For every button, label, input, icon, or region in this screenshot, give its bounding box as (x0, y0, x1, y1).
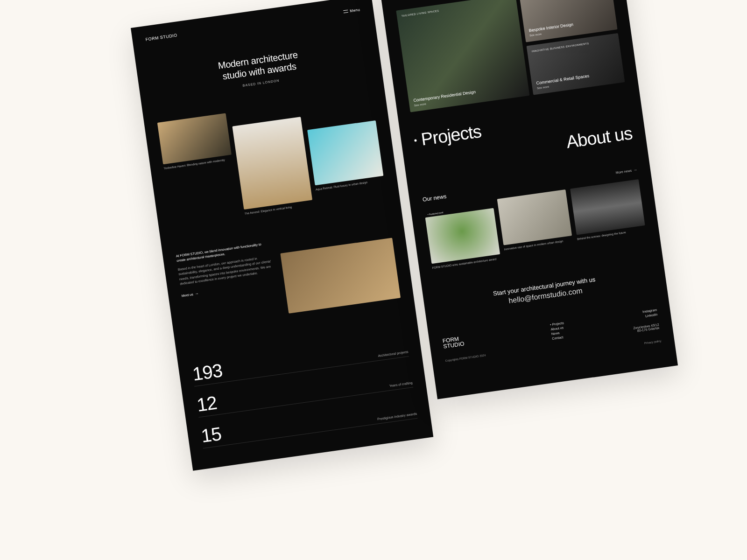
hero-gallery: Timberline Haven: Blending nature with m… (157, 92, 387, 226)
gallery-image-2[interactable] (232, 117, 312, 210)
footer-social: Instagram LinkedIn (642, 308, 658, 319)
about-image (280, 238, 401, 313)
menu-label: Menu (350, 7, 360, 13)
menu-button[interactable]: Menu (343, 7, 360, 14)
footer-logo[interactable]: FORMSTUDIO (442, 332, 484, 349)
service-card-residential[interactable]: TAILORED LIVING SPACES Contemporary Resi… (396, 0, 529, 112)
stats-section: 193 Architectural projects 12 Years of c… (191, 335, 418, 448)
privacy-link[interactable]: Privacy policy (644, 339, 662, 344)
news-card[interactable]: Innovative use of space in modern urban … (497, 189, 574, 260)
stat-number: 12 (196, 393, 218, 414)
footer-nav-about[interactable]: About us (550, 326, 564, 331)
homepage-panel-top: FORM STUDIO Menu Modern architecture stu… (131, 0, 433, 470)
stat-label: Years of crafting (389, 381, 413, 387)
news-card[interactable]: • Featured post FORM STUDIO wins sustain… (424, 200, 501, 270)
news-card[interactable]: Behind the scenes: designing the future (570, 179, 647, 250)
news-title: Our news (422, 193, 447, 203)
social-linkedin[interactable]: LinkedIn (643, 313, 658, 318)
section-nav: Projects About us (413, 101, 634, 174)
stat-number: 193 (191, 361, 224, 383)
about-section: At FORM STUDIO, we blend innovation with… (176, 224, 401, 328)
arrow-right-icon: → (195, 291, 199, 297)
service-tag: TAILORED LIVING SPACES (402, 0, 512, 17)
news-image (497, 189, 572, 245)
meet-us-link[interactable]: Meet us→ (181, 291, 199, 299)
hero-section: Modern architecture studio with awards B… (150, 40, 369, 100)
brand-logo[interactable]: FORM STUDIO (145, 33, 177, 42)
stat-label: Architectural projects (378, 350, 409, 357)
cta-section: Start your architectural journey with us… (437, 268, 654, 315)
footer-nav-news[interactable]: News (551, 330, 565, 336)
footer-nav-projects[interactable]: Projects (550, 321, 564, 326)
news-image (570, 179, 645, 235)
arrow-right-icon: → (633, 168, 637, 172)
footer-nav-contact[interactable]: Contact (552, 335, 566, 340)
gallery-image-3[interactable] (307, 120, 383, 185)
more-news-link[interactable]: More news→ (615, 168, 637, 175)
bullet-icon (414, 139, 417, 142)
gallery-image-1[interactable] (157, 113, 232, 164)
service-tag: INNOVATIVE BUSINESS ENVIRONMENTS (532, 38, 614, 53)
footer-nav: Projects About us News Contact (550, 321, 569, 357)
service-card-commercial[interactable]: INNOVATIVE BUSINESS ENVIRONMENTS Commerc… (526, 33, 625, 95)
hamburger-icon (343, 10, 348, 13)
stat-label: Prestigious industry awards (377, 412, 417, 421)
footer: FORMSTUDIO Copyrights FORM STUDIO 2024 P… (442, 308, 663, 386)
stat-number: 15 (200, 424, 222, 446)
copyright-text: Copyrights FORM STUDIO 2024 (445, 354, 486, 362)
services-grid: TAILORED LIVING SPACES Contemporary Resi… (396, 0, 625, 112)
